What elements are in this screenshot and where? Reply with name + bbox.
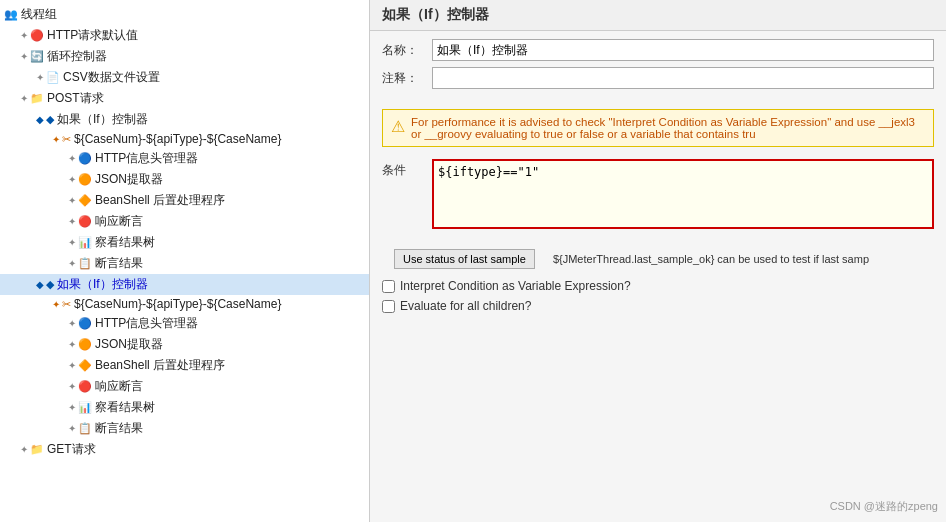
- tree-label: BeanShell 后置处理程序: [95, 357, 225, 374]
- condition-section: 条件: [370, 153, 946, 241]
- tree-label: 如果（If）控制器: [57, 111, 148, 128]
- tree-item-assert-1[interactable]: ✦ 🔴响应断言: [0, 211, 369, 232]
- tree-label: 察看结果树: [95, 234, 155, 251]
- tree-label: JSON提取器: [95, 336, 163, 353]
- tree-item-view-2[interactable]: ✦ 📊察看结果树: [0, 397, 369, 418]
- interpret-checkbox[interactable]: [382, 280, 395, 293]
- tree-item-csv-setup[interactable]: ✦ 📄CSV数据文件设置: [0, 67, 369, 88]
- form-section: 名称： 注释：: [370, 31, 946, 103]
- tree-label: HTTP信息头管理器: [95, 315, 198, 332]
- tree-item-bean-1[interactable]: ✦ 🔶BeanShell 后置处理程序: [0, 190, 369, 211]
- tree-item-if-ctrl-2[interactable]: ◆ ◆如果（If）控制器: [0, 274, 369, 295]
- condition-textarea[interactable]: [432, 159, 934, 229]
- tree-label: 察看结果树: [95, 399, 155, 416]
- loop-icon: 🔄: [30, 50, 44, 63]
- tree-item-get-req[interactable]: ✦ 📁GET请求: [0, 439, 369, 460]
- evaluate-row: Evaluate for all children?: [382, 299, 934, 313]
- view-icon: 📊: [78, 236, 92, 249]
- var-icon: ✂: [62, 298, 71, 311]
- tree-item-post-req[interactable]: ✦ 📁POST请求: [0, 88, 369, 109]
- get-icon: 📁: [30, 443, 44, 456]
- name-input[interactable]: [432, 39, 934, 61]
- tree-label: CSV数据文件设置: [63, 69, 160, 86]
- warning-text: For performance it is advised to check "…: [411, 116, 925, 140]
- tree-label: HTTP请求默认值: [47, 27, 138, 44]
- right-panel: 如果（If）控制器 名称： 注释： ⚠ For performance it i…: [370, 0, 946, 522]
- tree-item-var-2[interactable]: ✦ ✂${CaseNum}-${apiType}-${CaseName}: [0, 295, 369, 313]
- tree-label: POST请求: [47, 90, 104, 107]
- condition-row: 条件: [382, 159, 934, 229]
- warning-icon: ⚠: [391, 117, 405, 136]
- tree-item-result-2[interactable]: ✦ 📋断言结果: [0, 418, 369, 439]
- status-info-text: ${JMeterThread.last_sample_ok} can be us…: [553, 249, 869, 269]
- info-icon: 🔵: [78, 152, 92, 165]
- watermark: CSDN @迷路的zpeng: [830, 499, 938, 514]
- evaluate-label: Evaluate for all children?: [400, 299, 531, 313]
- bean-icon: 🔶: [78, 359, 92, 372]
- tree-label: GET请求: [47, 441, 96, 458]
- post-icon: 📁: [30, 92, 44, 105]
- tree-label: 循环控制器: [47, 48, 107, 65]
- interpret-label: Interpret Condition as Variable Expressi…: [400, 279, 631, 293]
- use-status-button[interactable]: Use status of last sample: [394, 249, 535, 269]
- tree-label: ${CaseNum}-${apiType}-${CaseName}: [74, 297, 281, 311]
- tree-item-http-info-1[interactable]: ✦ 🔵HTTP信息头管理器: [0, 148, 369, 169]
- if-icon: ◆: [46, 278, 54, 291]
- tree-label: 断言结果: [95, 420, 143, 437]
- tree-label: JSON提取器: [95, 171, 163, 188]
- thread-icon: 👥: [4, 8, 18, 21]
- csv-icon: 📄: [46, 71, 60, 84]
- tree-item-if-ctrl-1[interactable]: ◆ ◆如果（If）控制器: [0, 109, 369, 130]
- comment-label: 注释：: [382, 67, 432, 87]
- tree-item-bean-2[interactable]: ✦ 🔶BeanShell 后置处理程序: [0, 355, 369, 376]
- panel-title: 如果（If）控制器: [370, 0, 946, 31]
- tree-item-var-1[interactable]: ✦ ✂${CaseNum}-${apiType}-${CaseName}: [0, 130, 369, 148]
- json-icon: 🟠: [78, 338, 92, 351]
- result-icon: 📋: [78, 422, 92, 435]
- warning-box: ⚠ For performance it is advised to check…: [382, 109, 934, 147]
- tree-label: ${CaseNum}-${apiType}-${CaseName}: [74, 132, 281, 146]
- assert-icon: 🔴: [78, 215, 92, 228]
- evaluate-checkbox[interactable]: [382, 300, 395, 313]
- result-icon: 📋: [78, 257, 92, 270]
- var-icon: ✂: [62, 133, 71, 146]
- tree-label: BeanShell 后置处理程序: [95, 192, 225, 209]
- tree-panel: 👥线程组✦ 🔴HTTP请求默认值✦ 🔄循环控制器✦ 📄CSV数据文件设置✦ 📁P…: [0, 0, 370, 522]
- if-icon: ◆: [46, 113, 54, 126]
- tree-item-view-1[interactable]: ✦ 📊察看结果树: [0, 232, 369, 253]
- name-row: 名称：: [382, 39, 934, 61]
- view-icon: 📊: [78, 401, 92, 414]
- comment-row: 注释：: [382, 67, 934, 89]
- tree-item-loop-ctrl[interactable]: ✦ 🔄循环控制器: [0, 46, 369, 67]
- tree-item-thread-group[interactable]: 👥线程组: [0, 4, 369, 25]
- bean-icon: 🔶: [78, 194, 92, 207]
- interpret-row: Interpret Condition as Variable Expressi…: [382, 279, 934, 293]
- tree-item-assert-2[interactable]: ✦ 🔴响应断言: [0, 376, 369, 397]
- tree-label: HTTP信息头管理器: [95, 150, 198, 167]
- tree-label: 断言结果: [95, 255, 143, 272]
- json-icon: 🟠: [78, 173, 92, 186]
- assert-icon: 🔴: [78, 380, 92, 393]
- tree-item-http-default[interactable]: ✦ 🔴HTTP请求默认值: [0, 25, 369, 46]
- tree-item-http-info-2[interactable]: ✦ 🔵HTTP信息头管理器: [0, 313, 369, 334]
- tree-label: 响应断言: [95, 213, 143, 230]
- tree-label: 响应断言: [95, 378, 143, 395]
- http-icon: 🔴: [30, 29, 44, 42]
- name-label: 名称：: [382, 39, 432, 59]
- tree-item-json-2[interactable]: ✦ 🟠JSON提取器: [0, 334, 369, 355]
- tree-item-result-1[interactable]: ✦ 📋断言结果: [0, 253, 369, 274]
- tree-label: 线程组: [21, 6, 57, 23]
- condition-label: 条件: [382, 159, 432, 179]
- tree-label: 如果（If）控制器: [57, 276, 148, 293]
- info-icon: 🔵: [78, 317, 92, 330]
- tree-item-json-1[interactable]: ✦ 🟠JSON提取器: [0, 169, 369, 190]
- comment-input[interactable]: [432, 67, 934, 89]
- use-status-row: Use status of last sample ${JMeterThread…: [382, 245, 934, 273]
